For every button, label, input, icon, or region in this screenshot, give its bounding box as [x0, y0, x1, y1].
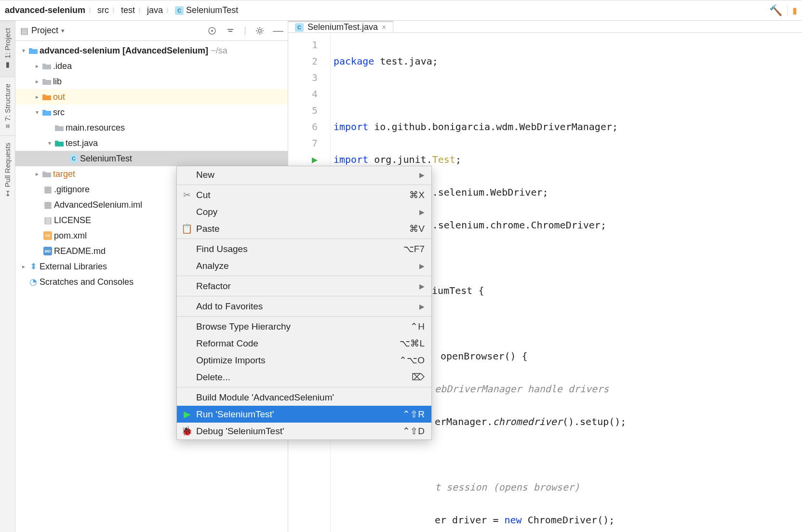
class-icon: C — [68, 154, 79, 163]
breadcrumb-label: java — [147, 5, 163, 15]
menu-separator — [177, 239, 431, 239]
breadcrumb-item-src[interactable]: src — [97, 5, 109, 15]
menu-build-module[interactable]: Build Module 'AdvancedSelenium' — [177, 389, 431, 406]
context-menu: New ▶ ✂ Cut ⌘X Copy ▶ 📋 Paste ⌘V Find Us… — [176, 166, 432, 440]
menu-label: Add to Favorites — [196, 301, 263, 312]
tree-selenium-test[interactable]: C SeleniumTest — [15, 151, 288, 166]
chevron-down-icon[interactable]: ▾ — [19, 47, 28, 54]
folder-icon — [41, 93, 52, 100]
breadcrumb-item-test[interactable]: test — [121, 5, 135, 15]
chevron-right-icon[interactable]: ▸ — [33, 63, 41, 69]
build-icon[interactable]: 🔨 — [769, 4, 782, 17]
code-kw: new — [505, 514, 522, 526]
toolbar-extra-icon[interactable]: ▮ — [792, 5, 797, 16]
menu-delete[interactable]: Delete... ⌦ — [177, 369, 431, 386]
chevron-right-icon[interactable]: ▸ — [33, 93, 41, 100]
locate-icon[interactable] — [207, 26, 217, 36]
menu-label: Reformat Code — [196, 338, 258, 349]
chevron-down-icon[interactable]: ▾ — [33, 109, 41, 116]
tree-main-resources[interactable]: main.resources — [15, 120, 288, 135]
menu-optimize[interactable]: Optimize Imports ⌃⌥O — [177, 352, 431, 369]
tree-out[interactable]: ▸ out — [15, 89, 288, 105]
code-comment: t session (opens browser) — [435, 481, 580, 493]
paste-icon: 📋 — [182, 223, 192, 234]
breadcrumb-item-java[interactable]: java — [147, 5, 163, 15]
menu-label: Cut — [196, 190, 211, 200]
chevron-down-icon[interactable]: ▾ — [45, 140, 54, 146]
menu-paste[interactable]: 📋 Paste ⌘V — [177, 220, 431, 237]
tab-project[interactable]: ▮ 1: Project — [0, 21, 15, 77]
breadcrumb-item-root[interactable]: advanced-selenium — [5, 5, 85, 15]
menu-find-usages[interactable]: Find Usages ⌥F7 — [177, 240, 431, 257]
markdown-icon: MD — [42, 247, 53, 255]
editor-tab-selenium[interactable]: C SeleniumTest.java × — [288, 21, 393, 32]
tree-idea[interactable]: ▸ .idea — [15, 58, 288, 74]
menu-label: Find Usages — [196, 244, 248, 254]
chevron-right-icon[interactable]: ▸ — [33, 78, 41, 85]
cut-icon: ✂ — [182, 189, 192, 200]
tree-label: .gitignore — [53, 185, 90, 195]
breadcrumb-label: advanced-selenium — [5, 5, 85, 15]
chevron-right-icon: 〉 — [138, 6, 144, 15]
chevron-right-icon: 〉 — [166, 6, 172, 15]
project-icon: ▤ — [20, 26, 28, 36]
minimize-icon[interactable]: — — [273, 26, 283, 36]
menu-new[interactable]: New ▶ — [177, 166, 431, 183]
tab-pull-requests[interactable]: ↤ Pull Requests — [0, 135, 15, 203]
code-text: org.junit. — [368, 154, 432, 165]
chevron-right-icon[interactable]: ▸ — [33, 171, 41, 177]
xml-icon: <> — [42, 231, 53, 240]
menu-refactor[interactable]: Refactor ▶ — [177, 278, 431, 294]
run-gutter-icon[interactable]: ▶ — [288, 151, 318, 168]
menu-reformat[interactable]: Reformat Code ⌥⌘L — [177, 335, 431, 352]
tree-label: test.java — [65, 138, 98, 148]
menu-browse-hierarchy[interactable]: Browse Type Hierarchy ⌃H — [177, 318, 431, 335]
code-kw: import — [334, 121, 368, 133]
gear-icon[interactable] — [255, 26, 265, 36]
toolbar-divider — [787, 5, 788, 16]
tree-label: out — [52, 92, 65, 102]
tree-label: Scratches and Consoles — [39, 277, 134, 287]
menu-label: Build Module 'AdvancedSelenium' — [196, 392, 334, 403]
close-icon[interactable]: × — [382, 23, 386, 32]
tab-structure[interactable]: ≡ 7: Structure — [0, 77, 15, 135]
menu-shortcut: ⌥⌘L — [400, 338, 425, 349]
menu-analyze[interactable]: Analyze ▶ — [177, 257, 431, 274]
breadcrumb-label: SeleniumTest — [186, 5, 238, 15]
code-ann: Test — [432, 154, 455, 165]
chevron-down-icon[interactable]: ▾ — [61, 27, 65, 34]
menu-debug[interactable]: 🐞 Debug 'SeleniumTest' ⌃⇧D — [177, 423, 431, 439]
line-number: 1 — [288, 37, 318, 53]
play-icon: ▶ — [182, 409, 192, 420]
code-text: ().setup(); — [562, 416, 626, 427]
tree-label: .idea — [52, 61, 72, 71]
tree-lib[interactable]: ▸ lib — [15, 74, 288, 89]
menu-copy[interactable]: Copy ▶ — [177, 203, 431, 220]
menu-separator — [177, 296, 431, 296]
tab-label: 1: Project — [3, 28, 12, 58]
tree-root[interactable]: ▾ advanced-selenium [AdvancedSelenium] ~… — [15, 43, 288, 58]
submenu-icon: ▶ — [419, 262, 425, 270]
menu-favorites[interactable]: Add to Favorites ▶ — [177, 298, 431, 315]
tree-label: LICENSE — [53, 215, 91, 226]
tree-test-java[interactable]: ▾ test.java — [15, 135, 288, 151]
svg-point-1 — [211, 30, 213, 32]
menu-cut[interactable]: ✂ Cut ⌘X — [177, 186, 431, 203]
folder-icon — [41, 171, 52, 177]
menu-label: Refactor — [196, 281, 231, 292]
menu-shortcut: ⌃⌥O — [399, 355, 425, 366]
menu-label: Copy — [196, 207, 217, 217]
scratch-icon: ◔ — [28, 277, 39, 287]
code-kw: import — [334, 154, 368, 165]
breadcrumb-item-class[interactable]: C SeleniumTest — [175, 5, 238, 15]
collapse-all-icon[interactable] — [226, 26, 235, 36]
pull-request-icon: ↤ — [3, 190, 12, 196]
tree-label: AdvancedSelenium.iml — [53, 200, 142, 210]
code-text: er driver = — [435, 514, 505, 526]
tree-src[interactable]: ▾ src — [15, 105, 288, 120]
menu-run[interactable]: ▶ Run 'SeleniumTest' ⌃⇧R — [177, 406, 431, 423]
chevron-right-icon[interactable]: ▸ — [19, 263, 28, 270]
tab-label: Pull Requests — [3, 143, 12, 187]
menu-separator — [177, 185, 431, 185]
tree-label: README.md — [53, 246, 106, 256]
